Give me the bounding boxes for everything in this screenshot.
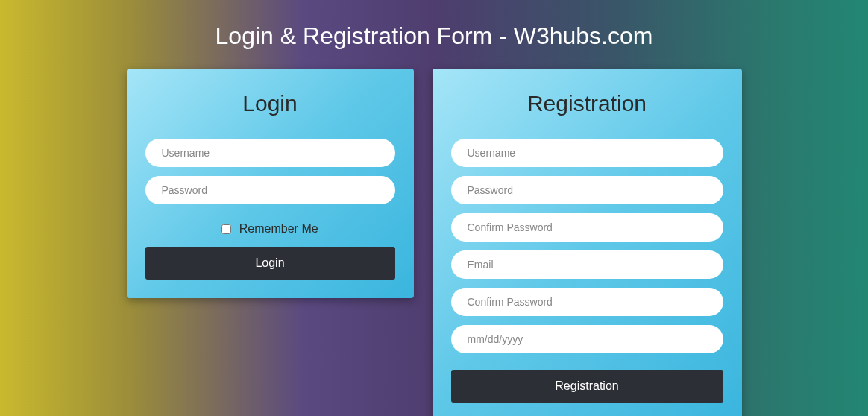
reg-username-input[interactable]: [451, 139, 723, 167]
login-button[interactable]: Login: [145, 247, 395, 280]
registration-card: Registration Registration: [433, 69, 742, 416]
remember-row: Remember Me: [145, 222, 395, 236]
reg-password-input[interactable]: [451, 176, 723, 204]
registration-title: Registration: [451, 91, 723, 116]
remember-label: Remember Me: [239, 222, 318, 235]
reg-confirm-password-input[interactable]: [451, 213, 723, 242]
login-card: Login Remember Me Login: [127, 69, 414, 298]
reg-confirm-password2-input[interactable]: [451, 288, 723, 316]
login-title: Login: [145, 91, 395, 116]
login-username-input[interactable]: [145, 139, 395, 167]
login-password-input[interactable]: [145, 176, 395, 204]
reg-date-input[interactable]: [451, 325, 723, 353]
forms-container: Login Remember Me Login Registration Reg…: [15, 69, 853, 416]
remember-checkbox[interactable]: [221, 224, 231, 234]
reg-email-input[interactable]: [451, 250, 723, 279]
page-title: Login & Registration Form - W3hubs.com: [15, 22, 853, 50]
registration-button[interactable]: Registration: [451, 370, 723, 403]
